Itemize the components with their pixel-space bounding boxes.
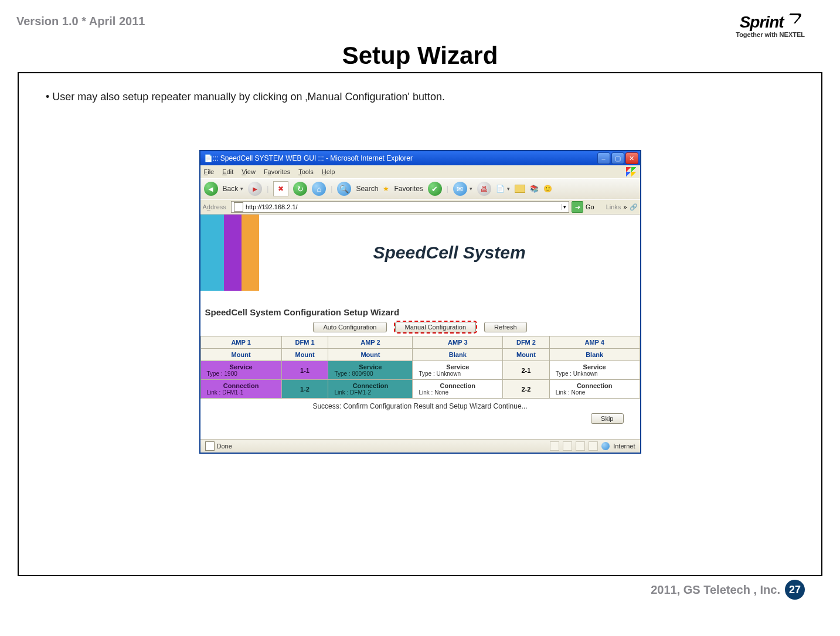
links-label[interactable]: Links xyxy=(606,203,621,210)
menu-tools[interactable]: Tools xyxy=(298,168,314,175)
menu-favorites[interactable]: Favorites xyxy=(264,168,290,175)
menu-bar: File Edit View Favorites Tools Help xyxy=(200,165,640,178)
banner-bar-purple xyxy=(224,215,242,291)
favorites-label[interactable]: Favorites xyxy=(394,185,423,193)
table-row: AMP 1 DFM 1 AMP 2 AMP 3 DFM 2 AMP 4 xyxy=(200,336,640,349)
amp2-service: Service Type : 800/900 xyxy=(328,361,413,380)
links-chevron-icon[interactable]: » xyxy=(623,203,627,210)
dfm1-mount: Mount xyxy=(281,349,328,361)
col-amp1: AMP 1 xyxy=(200,336,281,349)
wizard-button-row: Auto Configuration Manual Configuration … xyxy=(200,321,640,336)
back-caret-icon[interactable]: ▾ xyxy=(240,186,243,192)
back-button[interactable]: ◄ xyxy=(204,182,218,196)
dfm2-mount: Mount xyxy=(503,349,550,361)
menu-view[interactable]: View xyxy=(242,168,256,175)
amp3-connection: Connection Link : None xyxy=(413,380,503,399)
amp4-blank: Blank xyxy=(549,349,640,361)
forward-button[interactable]: ► xyxy=(248,182,262,196)
page-header: Version 1.0 * April 2011 Sprint Together… xyxy=(0,0,840,38)
amp3-service: Service Type : Unknown xyxy=(413,361,503,380)
menu-edit[interactable]: Edit xyxy=(222,168,233,175)
url-dropdown-icon[interactable]: ▾ xyxy=(561,204,566,210)
refresh-button[interactable]: ↻ xyxy=(293,182,307,196)
amp1-connection: Connection Link : DFM1-1 xyxy=(200,380,281,399)
internet-zone-icon xyxy=(601,442,610,450)
mail-button[interactable]: ✉ xyxy=(453,182,467,196)
status-bar: Done Internet xyxy=(200,439,640,453)
banner-bar-orange xyxy=(242,215,259,291)
amp1-service: Service Type : 1900 xyxy=(200,361,281,380)
amp1-mount: Mount xyxy=(200,349,281,361)
brand-logo: Sprint Together with NEXTEL xyxy=(736,15,805,38)
banner-bar-teal xyxy=(200,215,224,291)
table-row: Service Type : 1900 1-1 Service Type : 8… xyxy=(200,361,640,380)
status-seg xyxy=(563,441,572,451)
status-zone-label: Internet xyxy=(613,443,635,450)
brand-name: Sprint xyxy=(740,13,784,31)
skip-button[interactable]: Skip xyxy=(591,413,623,424)
banner-title: SpeedCell System xyxy=(259,243,640,263)
dfm2-2: 2-2 xyxy=(503,380,550,399)
dfm1-2: 1-2 xyxy=(281,380,328,399)
wizard-table: AMP 1 DFM 1 AMP 2 AMP 3 DFM 2 AMP 4 Moun… xyxy=(200,336,640,399)
url-field[interactable]: http://192.168.2.1/ ▾ xyxy=(231,201,569,213)
menu-help[interactable]: Help xyxy=(322,168,335,175)
page-content: SpeedCell System SpeedCell System Config… xyxy=(200,215,640,439)
research-icon[interactable]: 📚 xyxy=(530,185,539,193)
status-done: Done xyxy=(205,441,547,451)
page-number-badge: 27 xyxy=(785,580,805,600)
back-label: Back xyxy=(223,185,239,193)
banner: SpeedCell System xyxy=(200,215,640,291)
amp4-connection: Connection Link : None xyxy=(549,380,640,399)
col-dfm1: DFM 1 xyxy=(281,336,328,349)
maximize-button[interactable]: ▢ xyxy=(611,152,624,164)
wizard-title: SpeedCell System Configuration Setup Wiz… xyxy=(200,305,640,321)
dfm1-1: 1-1 xyxy=(281,361,328,380)
bullet-text: User may also setup repeater manually by… xyxy=(46,91,798,103)
close-button[interactable]: ✕ xyxy=(625,152,638,164)
page-icon xyxy=(234,202,243,212)
edit-button[interactable]: 📄 xyxy=(496,185,505,193)
page-title: Setup Wizard xyxy=(0,42,840,70)
refresh-wizard-button[interactable]: Refresh xyxy=(484,322,527,332)
col-amp2: AMP 2 xyxy=(328,336,413,349)
amp2-mount: Mount xyxy=(328,349,413,361)
browser-toolbar: ◄ Back ▾ ► | ✖ ↻ ⌂ | 🔍 Search ★ Favorite… xyxy=(200,178,640,199)
col-amp3: AMP 3 xyxy=(413,336,503,349)
footer-copyright: 2011, GS Teletech , Inc. xyxy=(651,583,780,597)
home-button[interactable]: ⌂ xyxy=(312,182,326,196)
status-seg xyxy=(589,441,598,451)
stop-button[interactable]: ✖ xyxy=(273,181,288,196)
dfm2-1: 2-1 xyxy=(503,361,550,380)
status-page-icon xyxy=(205,441,215,451)
favorites-icon[interactable]: ★ xyxy=(383,185,389,193)
menu-file[interactable]: File xyxy=(204,168,215,175)
table-row: Mount Mount Mount Blank Mount Blank xyxy=(200,349,640,361)
col-dfm2: DFM 2 xyxy=(503,336,550,349)
slide-frame: User may also setup repeater manually by… xyxy=(18,72,822,576)
auto-config-button[interactable]: Auto Configuration xyxy=(313,322,386,332)
amp2-connection: Connection Link : DFM1-2 xyxy=(328,380,413,399)
windows-flag-icon xyxy=(626,167,637,176)
go-label: Go xyxy=(586,203,594,210)
links-extra-icon[interactable]: 🔗 xyxy=(630,203,638,211)
amp3-blank: Blank xyxy=(413,349,503,361)
manual-config-button[interactable]: Manual Configuration xyxy=(395,322,477,332)
banner-bars xyxy=(200,215,259,291)
search-label[interactable]: Search xyxy=(356,185,378,193)
page-footer: 2011, GS Teletech , Inc. 27 xyxy=(0,576,840,600)
minimize-button[interactable]: – xyxy=(597,152,610,164)
success-message: Success: Confirm Configuration Result an… xyxy=(200,399,640,411)
search-icon[interactable]: 🔍 xyxy=(337,182,351,196)
brand-swoosh-icon xyxy=(784,12,801,24)
address-bar: Address http://192.168.2.1/ ▾ ➔ Go Links… xyxy=(200,199,640,215)
folder-icon[interactable] xyxy=(515,185,525,193)
messenger-icon[interactable]: 🙂 xyxy=(543,185,552,193)
status-done-label: Done xyxy=(217,443,232,450)
media-button[interactable]: ✔ xyxy=(428,182,442,196)
go-button[interactable]: ➔ xyxy=(572,201,583,213)
address-label: Address xyxy=(203,203,226,210)
skip-row: Skip xyxy=(200,411,640,427)
table-row: Connection Link : DFM1-1 1-2 Connection … xyxy=(200,380,640,399)
print-button[interactable]: 🖶 xyxy=(477,182,491,196)
